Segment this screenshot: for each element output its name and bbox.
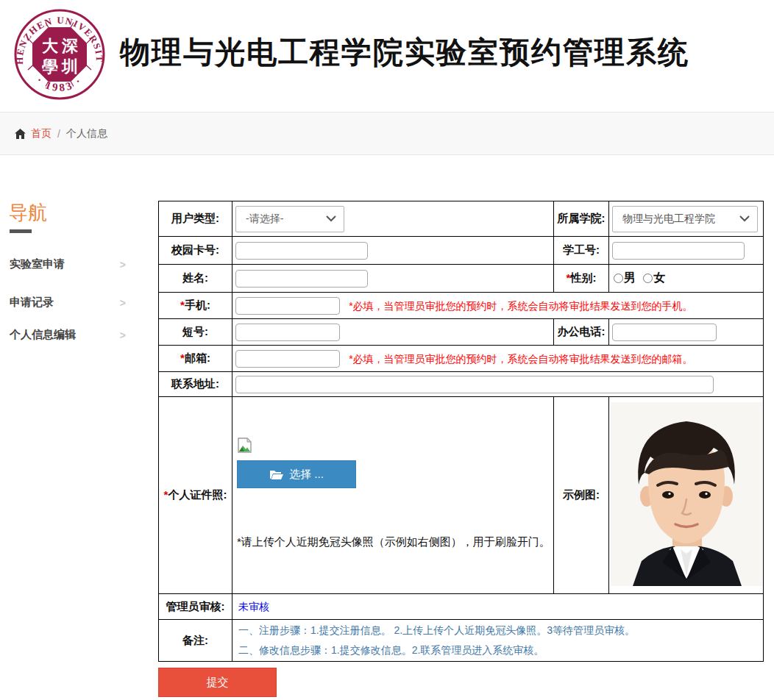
chevron-right-icon: >: [120, 329, 126, 341]
profile-form-table: 用户类型: -请选择- 所属学院: 物理与光电工程学院 校园卡号: 学工号: 姓…: [158, 201, 764, 662]
university-seal-icon: SHENZHEN UNIVERSITY · 1983 · 大 學 深 圳: [13, 6, 106, 103]
sidebar-item-label: 申请记录: [10, 296, 54, 310]
admin-review-label: 管理员审核:: [159, 594, 232, 620]
college-selected-value: 物理与光电工程学院: [622, 213, 715, 226]
college-select[interactable]: 物理与光电工程学院: [612, 206, 758, 232]
chevron-right-icon: >: [120, 259, 126, 271]
remarks-label: 备注:: [159, 620, 232, 662]
breadcrumb-home-link[interactable]: 首页: [31, 127, 52, 140]
submit-button[interactable]: 提交: [158, 668, 277, 697]
chevron-down-icon: [326, 215, 336, 222]
radio-circle-icon: [643, 274, 653, 283]
campus-card-label: 校园卡号:: [159, 237, 232, 265]
office-phone-input[interactable]: [612, 324, 717, 341]
sidebar-item-label: 实验室申请: [10, 257, 65, 271]
college-label: 所属学院:: [554, 201, 609, 237]
email-input[interactable]: [235, 350, 340, 368]
mobile-label: 手机:: [185, 299, 210, 311]
staff-id-label: 学工号:: [554, 237, 609, 265]
university-logo: SHENZHEN UNIVERSITY · 1983 · 大 學 深 圳: [13, 6, 106, 106]
home-icon: [15, 129, 26, 139]
campus-card-input[interactable]: [235, 242, 368, 260]
choose-file-button[interactable]: 选择 ...: [237, 460, 356, 488]
sidebar-item-apply-records[interactable]: 申请记录 >: [10, 296, 126, 310]
short-number-input[interactable]: [235, 324, 340, 341]
seal-char-1: 大: [42, 37, 59, 55]
email-required-note: *必填，当管理员审批您的预约时，系统会自动将审批结果发送到您的邮箱。: [349, 353, 692, 365]
user-type-select[interactable]: -请选择-: [235, 206, 344, 232]
sidebar-item-label: 个人信息编辑: [10, 328, 76, 342]
photo-label: 个人证件照:: [168, 488, 227, 501]
name-label: 姓名:: [159, 265, 232, 293]
sidebar-item-profile-edit[interactable]: 个人信息编辑 >: [10, 328, 126, 342]
name-input[interactable]: [235, 270, 368, 288]
mobile-input[interactable]: [235, 297, 340, 315]
mobile-required-note: *必填，当管理员审批您的预约时，系统会自动将审批结果发送到您的手机。: [349, 300, 692, 312]
seal-char-4: 圳: [61, 57, 78, 76]
user-type-label: 用户类型:: [159, 201, 232, 237]
breadcrumb-current: 个人信息: [66, 127, 107, 140]
page-title: 物理与光电工程学院实验室预约管理系统: [120, 32, 689, 73]
sidebar-title-underline: [10, 229, 32, 233]
choose-file-label: 选择 ...: [289, 468, 324, 482]
address-label: 联系地址:: [159, 372, 232, 397]
page-header: SHENZHEN UNIVERSITY · 1983 · 大 學 深 圳 物理与…: [0, 0, 774, 112]
sample-image-label: 示例图:: [554, 397, 609, 594]
seal-octagon: [32, 27, 87, 82]
folder-open-icon: [269, 469, 283, 480]
seal-char-3: 深: [61, 37, 78, 55]
sidebar-title: 导航: [9, 200, 47, 226]
radio-circle-icon: [614, 274, 623, 283]
remark-line-2: 二、修改信息步骤：1.提交修改信息。2.联系管理员进入系统审核。: [232, 640, 763, 660]
seal-char-2: 學: [42, 57, 58, 76]
email-label: 邮箱:: [185, 351, 210, 364]
breadcrumb: 首页 / 个人信息: [0, 112, 774, 155]
chevron-down-icon: [739, 215, 750, 222]
remark-line-1: 一、注册步骤：1.提交注册信息。 2.上传上传个人近期免冠头像照。3等待管理员审…: [232, 621, 763, 640]
sidebar-item-lab-apply[interactable]: 实验室申请 >: [10, 257, 126, 271]
address-input[interactable]: [235, 376, 714, 393]
gender-female-label: 女: [653, 271, 665, 286]
gender-label: 性别:: [570, 271, 596, 284]
gender-female-radio[interactable]: 女: [643, 271, 665, 286]
office-phone-label: 办公电话:: [554, 319, 609, 346]
gender-male-label: 男: [624, 271, 636, 286]
chevron-right-icon: >: [120, 297, 126, 309]
user-type-selected-value: -请选择-: [246, 213, 283, 226]
admin-review-status-link[interactable]: 未审核: [232, 601, 269, 612]
short-number-label: 短号:: [159, 319, 232, 346]
photo-upload-note: *请上传个人近期免冠头像照（示例如右侧图），用于刷脸开门。: [237, 535, 553, 549]
sample-portrait-photo: [611, 402, 762, 586]
breadcrumb-separator: /: [57, 128, 60, 140]
staff-id-input[interactable]: [612, 242, 745, 260]
gender-male-radio[interactable]: 男: [614, 271, 636, 286]
broken-image-icon: [237, 438, 553, 455]
